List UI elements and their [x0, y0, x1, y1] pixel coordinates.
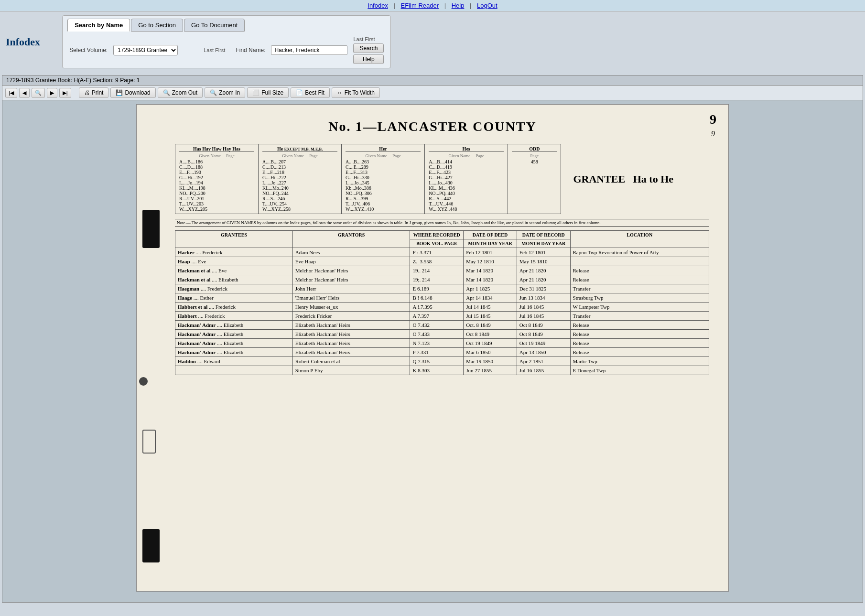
col-subheader-deed: MONTH DAY YEAR — [464, 239, 517, 248]
download-btn[interactable]: 💾 Download — [110, 87, 155, 98]
cell-deed-date: Mar 14 1820 — [464, 275, 517, 284]
cell-grantee: Haegman .... Frederick — [175, 284, 293, 293]
cell-grantor: Robert Coleman et al — [292, 357, 410, 366]
nav-first-btn[interactable]: |◀ — [5, 88, 17, 98]
cell-grantor: Melchor Hackman' Heirs — [292, 275, 410, 284]
cell-record-date: Oct 19 1849 — [517, 339, 570, 348]
cell-location: Transfer — [570, 312, 709, 321]
cell-deed-date: Mar 6 1850 — [464, 348, 517, 357]
cell-where: N 7.123 — [410, 339, 464, 348]
cell-deed-date: Jul 14 1845 — [464, 303, 517, 312]
cell-grantor: Henry Musser et_ux — [292, 303, 410, 312]
tab-go-to-document[interactable]: Go To Document — [184, 19, 245, 32]
volume-label: Select Volume: — [69, 47, 108, 54]
left-rect — [142, 430, 156, 454]
cell-grantee: Hackman' Admr .... Elizabeth — [175, 348, 293, 357]
cell-deed-date: Jun 27 1855 — [464, 366, 517, 375]
tabs-panel: Search by Name Go to Section Go To Docum… — [62, 15, 391, 68]
cell-where: F : 3.371 — [410, 248, 464, 257]
nav-efilm[interactable]: EFilm Reader — [401, 2, 439, 9]
left-dot — [139, 377, 148, 386]
cell-grantee: Habbert et al .... Frederick — [175, 303, 293, 312]
cell-grantor: Eve Haap — [292, 257, 410, 266]
cell-where: Z._3.558 — [410, 257, 464, 266]
cell-deed-date: Apr 1 1825 — [464, 284, 517, 293]
cell-grantor: Adam Nees — [292, 248, 410, 257]
note-line: Note.— The arrangement of GIVEN NAMES by… — [175, 219, 709, 227]
cell-where: B ! 6.148 — [410, 293, 464, 303]
viewer-toolbar: |◀ ◀ 🔍 ▶ ▶| 🖨 Print 💾 Download 🔍 Zoom Ou… — [2, 86, 863, 100]
cell-location: Strasburg Twp — [570, 293, 709, 303]
help-button[interactable]: Help — [353, 54, 384, 64]
nav-logout[interactable]: LogOut — [477, 2, 497, 9]
cell-where: 19;. 214 — [410, 275, 464, 284]
nav-help[interactable]: Help — [452, 2, 465, 9]
cell-grantee: Hackman' Admr .... Elizabeth — [175, 330, 293, 339]
cell-deed-date: Mar 14 1820 — [464, 266, 517, 275]
tab-search-by-name[interactable]: Search by Name — [67, 19, 130, 32]
find-name-label: Find Name: — [236, 47, 265, 54]
last-first-label2: Last First — [353, 36, 384, 42]
cell-location: Release — [570, 275, 709, 284]
volume-select[interactable]: 1729-1893 Grantee — [113, 45, 178, 55]
cell-record-date: Jun 13 1834 — [517, 293, 570, 303]
col-header-where: WHERE RECORDED — [410, 231, 464, 239]
cell-location: Martic Twp — [570, 357, 709, 366]
table-row: Simon P EbyK 8.303Jun 27 1855Jul 16 1855… — [175, 366, 709, 375]
cell-grantee: Hackman et al .... Elizabeth — [175, 275, 293, 284]
best-fit-btn[interactable]: 📄 Best Fit — [291, 87, 330, 98]
main-table: GRANTEES GRANTORS WHERE RECORDED DATE OF… — [175, 230, 709, 375]
cell-location: Release — [570, 330, 709, 339]
tab-go-to-section[interactable]: Go to Section — [131, 19, 183, 32]
cell-deed-date: Feb 12 1801 — [464, 248, 517, 257]
cell-grantor: Elizabeth Hackman' Heirs — [292, 339, 410, 348]
nav-infodex[interactable]: Infodex — [368, 2, 388, 9]
table-row: Haap .... EveEve HaapZ._3.558May 12 1810… — [175, 257, 709, 266]
cell-deed-date: Jul 15 1845 — [464, 312, 517, 321]
col-header-grantors: GRANTORS — [292, 231, 410, 248]
doc-content[interactable]: 9 9 No. 1—LANCASTER COUNTY Has Hav Haw H… — [2, 100, 863, 602]
cell-record-date: Apr 2 1851 — [517, 357, 570, 366]
zoom-out-btn[interactable]: 🔍 Zoom Out — [158, 87, 203, 98]
last-first-label1: Last First — [204, 47, 225, 53]
nav-prev-btn[interactable]: ◀ — [19, 88, 30, 98]
col-header-location: LOCATION — [570, 231, 709, 248]
cell-location: W Lampeter Twp — [570, 303, 709, 312]
grantee-label: GRANTEE Ha to He — [561, 144, 685, 214]
doc-title: No. 1—LANCASTER COUNTY — [151, 119, 714, 134]
app-title: Infodex — [6, 36, 40, 48]
zoom-in-btn[interactable]: 🔍 Zoom In — [205, 87, 245, 98]
cell-where: A !.7.395 — [410, 303, 464, 312]
cell-grantor: Melchor Hackman' Heirs — [292, 266, 410, 275]
table-row: Haage .... Esther'Emanuel Herr' HeirsB !… — [175, 293, 709, 303]
cell-grantee: Hackman et al .... Eve — [175, 266, 293, 275]
cell-where: P 7.331 — [410, 348, 464, 357]
cell-record-date: Jul 16 1845 — [517, 312, 570, 321]
left-black-box2 — [142, 529, 160, 562]
table-row: Hackman' Admr .... ElizabethElizabeth Ha… — [175, 321, 709, 330]
fit-to-width-btn[interactable]: ↔ Fit To Width — [332, 87, 380, 98]
cell-grantor: 'Emanuel Herr' Heirs — [292, 293, 410, 303]
cell-grantor: Simon P Eby — [292, 366, 410, 375]
cell-deed-date: Oct 19 1849 — [464, 339, 517, 348]
print-btn[interactable]: 🖨 Print — [79, 87, 109, 98]
cell-record-date: Dec 31 1825 — [517, 284, 570, 293]
search-button[interactable]: Search — [353, 43, 384, 53]
cell-where: O 7.433 — [410, 330, 464, 339]
nav-binoculars-btn[interactable]: 🔍 — [32, 88, 45, 98]
cell-grantor: Elizabeth Hackman' Heirs — [292, 348, 410, 357]
table-row: Haegman .... FrederickJohn HerrE 6.189Ap… — [175, 284, 709, 293]
nav-last-btn[interactable]: ▶| — [59, 88, 71, 98]
nav-next-btn[interactable]: ▶ — [47, 88, 57, 98]
col-subheader-where: BOOK VOL. PAGE — [410, 239, 464, 248]
full-size-btn[interactable]: ⬜ Full Size — [247, 87, 289, 98]
cell-record-date: Apr 21 1820 — [517, 275, 570, 284]
cell-record-date: Oct 8 1849 — [517, 321, 570, 330]
cell-location: Rapno Twp Revocation of Power of Atty — [570, 248, 709, 257]
find-name-input[interactable] — [271, 45, 347, 55]
cell-grantee: Haage .... Esther — [175, 293, 293, 303]
top-nav-bar: Infodex | EFilm Reader | Help | LogOut — [0, 0, 865, 11]
cell-grantee: Hackman' Admr .... Elizabeth — [175, 321, 293, 330]
cell-grantee — [175, 366, 293, 375]
table-row: Hackman et al .... ElizabethMelchor Hack… — [175, 275, 709, 284]
